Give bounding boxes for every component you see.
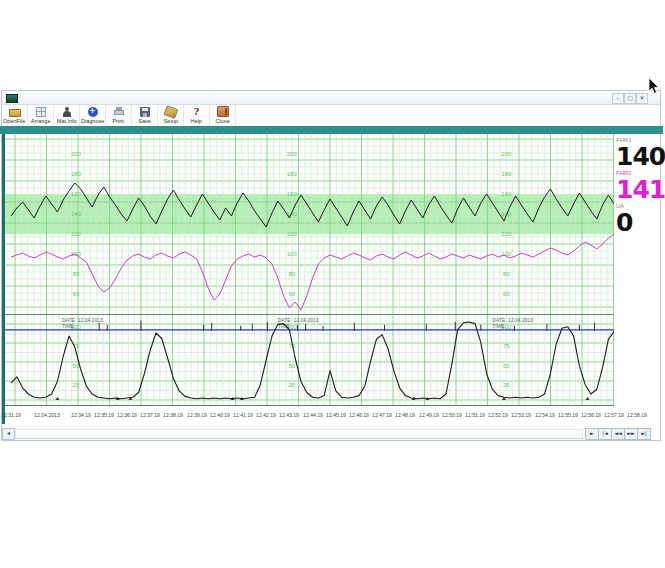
time-axis-label: 12:48:19 — [395, 412, 415, 417]
close-door-icon — [217, 106, 229, 117]
time-axis-label: 12:42:19 — [256, 412, 276, 417]
fhr-scale-label: 180 — [71, 171, 82, 177]
toolbar-button-save[interactable]: Save — [132, 105, 158, 126]
toolbar-button-setup[interactable]: Setup — [158, 105, 184, 126]
time-axis-label: 12:46:19 — [349, 412, 369, 417]
time-axis-label: 12.04.2013 — [34, 412, 60, 417]
title-bar[interactable]: –▢✕ — [2, 91, 660, 105]
time-axis-label: 12:34:19 — [71, 412, 91, 417]
open-folder-icon — [9, 109, 21, 117]
strip-nav-button-1[interactable]: |◄ — [598, 428, 612, 440]
time-axis-label: 12:39:19 — [187, 412, 207, 417]
fhr-scale-label: 60 — [73, 291, 80, 297]
fhr-scale-label: 100 — [71, 251, 82, 257]
fhr-scale-label: 200 — [71, 151, 82, 157]
fhr-scale-label: 120 — [71, 231, 82, 237]
fhr-scale-label: 80 — [503, 271, 510, 277]
fhr-scale-label: 200 — [501, 151, 512, 157]
setup-tools-icon — [163, 105, 178, 119]
time-axis-label: 12:55:19 — [558, 412, 578, 417]
toolbar-button-print[interactable]: Print — [106, 105, 132, 126]
time-axis-label: 12:49:19 — [419, 412, 439, 417]
strip-nav-button-3[interactable]: ►► — [624, 428, 638, 440]
printer-icon — [114, 107, 124, 117]
toolbar-button-label: OpenFile — [3, 118, 25, 124]
fhr-scale-label: 100 — [287, 251, 298, 257]
diagnose-plus-icon — [88, 107, 98, 117]
time-axis-label: 12:47:19 — [372, 412, 392, 417]
mother-info-icon — [62, 107, 72, 117]
toolbar-button-close[interactable]: Close — [210, 105, 236, 126]
strip-nav-button-2[interactable]: ◄◄ — [611, 428, 625, 440]
toolbar-button-label: Mat.Info — [57, 118, 77, 124]
ua-scale-label: 25 — [288, 382, 295, 388]
time-axis-label: 12:40:19 — [210, 412, 230, 417]
time-axis-label: 12:50:19 — [442, 412, 462, 417]
readout-value-fhr1: 140 — [616, 144, 662, 169]
ua-scale-label: 25 — [503, 382, 510, 388]
time-axis-label: 12:44:19 — [303, 412, 323, 417]
toolbar-button-label: Setup — [163, 118, 177, 124]
fhr-scale-label: 60 — [288, 291, 295, 297]
ua-scale-label: 25 — [73, 382, 80, 388]
fhr-chart: 2001801601401201008060200180160140120100… — [5, 134, 614, 315]
readout-panel: FHR1140FHR2141UA0 — [616, 136, 662, 235]
strip-date-marker: TIME: — [62, 323, 75, 329]
strip-nav-button-4[interactable]: ►| — [637, 428, 651, 440]
time-axis-label: 12:58:19 — [627, 412, 647, 417]
toolbar-button-openfile[interactable]: OpenFile — [2, 105, 28, 126]
time-axis-label: 12:37:19 — [140, 412, 160, 417]
ua-chart-svg: 100755025100755025100755025DATE: 12.04.2… — [5, 315, 614, 405]
maximize-button[interactable]: ▢ — [624, 93, 636, 104]
close-button[interactable]: ✕ — [636, 93, 648, 104]
time-axis-label: 12:57:19 — [604, 412, 624, 417]
fhr-scale-label: 80 — [288, 271, 295, 277]
scroll-left-button[interactable]: ◄ — [2, 428, 15, 440]
fhr-scale-label: 160 — [71, 191, 82, 197]
time-axis-label: 12:41:19 — [233, 412, 253, 417]
arrange-grid-icon — [36, 107, 46, 117]
toolbar-button-label: Arrange — [31, 118, 51, 124]
time-axis-label: 12:31:19 — [1, 412, 21, 417]
toolbar-button-arrange[interactable]: Arrange — [28, 105, 54, 126]
time-axis-label: 12:38:19 — [163, 412, 183, 417]
time-axis-label: 12:51:19 — [465, 412, 485, 417]
minimize-button[interactable]: – — [612, 93, 624, 104]
time-axis-label: 12:43:19 — [279, 412, 299, 417]
toolbar-button-label: Print — [113, 118, 124, 124]
fhr-scale-label: 180 — [501, 171, 512, 177]
ua-scale-label: 50 — [503, 363, 510, 369]
time-axis-label: 12:52:19 — [488, 412, 508, 417]
time-axis-label: 12:45:19 — [326, 412, 346, 417]
app-icon — [6, 94, 18, 103]
time-axis-label: 12:53:19 — [511, 412, 531, 417]
toolbar-button-label: Help — [191, 118, 202, 124]
ua-scale-label: 75 — [503, 343, 510, 349]
time-axis: 12:31:1912.04.201312:34:1912:35:1912:36:… — [0, 406, 665, 422]
toolbar-button-label: Diagnose — [81, 118, 104, 124]
fhr-scale-label: 80 — [73, 271, 80, 277]
fhr-chart-svg: 2001801601401201008060200180160140120100… — [5, 134, 614, 314]
readout-value-fhr2: 141 — [616, 177, 662, 202]
toolbar-button-label: Close — [215, 118, 229, 124]
fhr-scale-label: 60 — [503, 291, 510, 297]
time-axis-label: 12:35:19 — [94, 412, 114, 417]
header-bar — [0, 126, 663, 134]
toolbar-button-matinfo[interactable]: Mat.Info — [54, 105, 80, 126]
strip-nav-button-0[interactable]: ► — [585, 428, 599, 440]
toolbar-button-diagnose[interactable]: Diagnose — [80, 105, 106, 126]
time-axis-label: 12:56:19 — [581, 412, 601, 417]
toolbar-button-help[interactable]: Help — [184, 105, 210, 126]
scrollbar-track[interactable] — [15, 429, 583, 439]
help-icon — [192, 107, 202, 117]
fhr-scale-label: 200 — [287, 151, 298, 157]
fhr-scale-label: 140 — [71, 211, 82, 217]
baseline-event-mark — [586, 397, 590, 400]
time-axis-label: 12:36:19 — [117, 412, 137, 417]
ua-scale-label: 50 — [288, 363, 295, 369]
fhr-scale-label: 160 — [501, 191, 512, 197]
ua-chart: 100755025100755025100755025DATE: 12.04.2… — [5, 315, 614, 406]
save-floppy-icon — [140, 107, 150, 117]
fhr-scale-label: 160 — [287, 191, 298, 197]
time-axis-label: 12:54:19 — [535, 412, 555, 417]
